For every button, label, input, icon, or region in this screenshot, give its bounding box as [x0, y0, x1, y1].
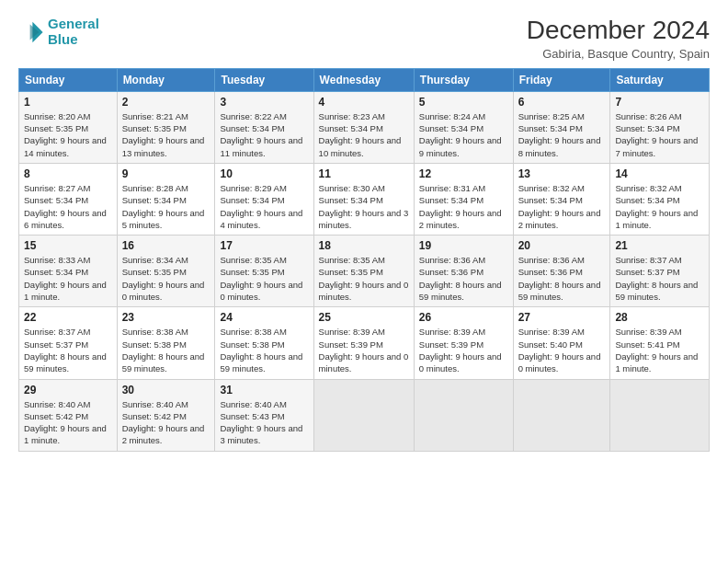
calendar-cell: 27Sunrise: 8:39 AMSunset: 5:40 PMDayligh… [513, 307, 610, 379]
day-number: 2 [122, 96, 210, 109]
day-of-week-header: Wednesday [313, 68, 414, 91]
calendar-cell: 26Sunrise: 8:39 AMSunset: 5:39 PMDayligh… [414, 307, 513, 379]
calendar-cell: 21Sunrise: 8:37 AMSunset: 5:37 PMDayligh… [610, 236, 710, 307]
calendar-week-row: 15Sunrise: 8:33 AMSunset: 5:34 PMDayligh… [19, 236, 710, 307]
day-info: Sunrise: 8:31 AMSunset: 5:34 PMDaylight:… [419, 182, 508, 231]
day-of-week-header: Friday [513, 68, 610, 91]
calendar: SundayMondayTuesdayWednesdayThursdayFrid… [18, 68, 710, 452]
day-number: 26 [419, 311, 508, 324]
day-info: Sunrise: 8:30 AMSunset: 5:34 PMDaylight:… [319, 182, 409, 231]
calendar-cell: 24Sunrise: 8:38 AMSunset: 5:38 PMDayligh… [215, 307, 313, 379]
calendar-cell [610, 379, 710, 451]
day-number: 25 [319, 311, 409, 324]
calendar-cell: 10Sunrise: 8:29 AMSunset: 5:34 PMDayligh… [215, 163, 313, 235]
day-number: 18 [319, 239, 409, 252]
calendar-cell: 17Sunrise: 8:35 AMSunset: 5:35 PMDayligh… [215, 236, 313, 307]
day-info: Sunrise: 8:38 AMSunset: 5:38 PMDaylight:… [122, 326, 210, 374]
day-number: 16 [122, 239, 210, 252]
day-info: Sunrise: 8:39 AMSunset: 5:39 PMDaylight:… [419, 326, 508, 374]
day-number: 8 [24, 167, 112, 180]
day-number: 14 [615, 167, 704, 180]
calendar-cell: 8Sunrise: 8:27 AMSunset: 5:34 PMDaylight… [19, 163, 118, 235]
day-info: Sunrise: 8:25 AMSunset: 5:34 PMDaylight:… [518, 110, 606, 159]
day-number: 4 [319, 96, 409, 109]
calendar-week-row: 1Sunrise: 8:20 AMSunset: 5:35 PMDaylight… [19, 91, 710, 163]
calendar-header-row: SundayMondayTuesdayWednesdayThursdayFrid… [19, 68, 710, 91]
day-number: 1 [24, 96, 112, 109]
day-info: Sunrise: 8:27 AMSunset: 5:34 PMDaylight:… [24, 182, 112, 231]
day-number: 24 [220, 311, 308, 324]
logo: General Blue [18, 17, 99, 47]
calendar-cell: 2Sunrise: 8:21 AMSunset: 5:35 PMDaylight… [117, 91, 215, 163]
day-number: 28 [615, 311, 704, 324]
day-info: Sunrise: 8:34 AMSunset: 5:35 PMDaylight:… [122, 254, 210, 303]
day-number: 7 [615, 96, 704, 109]
day-number: 19 [419, 239, 508, 252]
day-of-week-header: Saturday [610, 68, 710, 91]
day-info: Sunrise: 8:37 AMSunset: 5:37 PMDaylight:… [615, 254, 704, 303]
day-info: Sunrise: 8:40 AMSunset: 5:42 PMDaylight:… [24, 398, 112, 447]
day-info: Sunrise: 8:32 AMSunset: 5:34 PMDaylight:… [518, 182, 606, 231]
title-section: December 2024 Gabiria, Basque Country, S… [527, 17, 710, 61]
day-of-week-header: Tuesday [215, 68, 313, 91]
calendar-cell: 29Sunrise: 8:40 AMSunset: 5:42 PMDayligh… [19, 379, 118, 451]
calendar-cell: 23Sunrise: 8:38 AMSunset: 5:38 PMDayligh… [117, 307, 215, 379]
day-info: Sunrise: 8:20 AMSunset: 5:35 PMDaylight:… [24, 110, 112, 159]
calendar-cell: 4Sunrise: 8:23 AMSunset: 5:34 PMDaylight… [313, 91, 414, 163]
calendar-cell: 19Sunrise: 8:36 AMSunset: 5:36 PMDayligh… [414, 236, 513, 307]
calendar-cell: 28Sunrise: 8:39 AMSunset: 5:41 PMDayligh… [610, 307, 710, 379]
day-of-week-header: Thursday [414, 68, 513, 91]
day-number: 20 [518, 239, 606, 252]
calendar-cell: 18Sunrise: 8:35 AMSunset: 5:35 PMDayligh… [313, 236, 414, 307]
logo-icon [18, 19, 44, 45]
page: General Blue December 2024 Gabiria, Basq… [0, 0, 728, 563]
day-number: 21 [615, 239, 704, 252]
calendar-week-row: 8Sunrise: 8:27 AMSunset: 5:34 PMDaylight… [19, 163, 710, 235]
day-number: 29 [24, 384, 112, 396]
calendar-cell: 3Sunrise: 8:22 AMSunset: 5:34 PMDaylight… [215, 91, 313, 163]
day-info: Sunrise: 8:40 AMSunset: 5:43 PMDaylight:… [220, 398, 308, 447]
day-number: 13 [518, 167, 606, 180]
day-info: Sunrise: 8:36 AMSunset: 5:36 PMDaylight:… [518, 254, 606, 303]
day-info: Sunrise: 8:38 AMSunset: 5:38 PMDaylight:… [220, 326, 308, 374]
calendar-cell: 14Sunrise: 8:32 AMSunset: 5:34 PMDayligh… [610, 163, 710, 235]
subtitle: Gabiria, Basque Country, Spain [527, 47, 710, 61]
calendar-cell: 13Sunrise: 8:32 AMSunset: 5:34 PMDayligh… [513, 163, 610, 235]
day-info: Sunrise: 8:23 AMSunset: 5:34 PMDaylight:… [319, 110, 409, 159]
calendar-cell [414, 379, 513, 451]
calendar-cell: 25Sunrise: 8:39 AMSunset: 5:39 PMDayligh… [313, 307, 414, 379]
logo-text: General Blue [48, 17, 99, 47]
day-number: 12 [419, 167, 508, 180]
day-info: Sunrise: 8:36 AMSunset: 5:36 PMDaylight:… [419, 254, 508, 303]
day-info: Sunrise: 8:22 AMSunset: 5:34 PMDaylight:… [220, 110, 308, 159]
day-info: Sunrise: 8:24 AMSunset: 5:34 PMDaylight:… [419, 110, 508, 159]
calendar-cell: 30Sunrise: 8:40 AMSunset: 5:42 PMDayligh… [117, 379, 215, 451]
calendar-cell: 11Sunrise: 8:30 AMSunset: 5:34 PMDayligh… [313, 163, 414, 235]
day-number: 23 [122, 311, 210, 324]
day-info: Sunrise: 8:33 AMSunset: 5:34 PMDaylight:… [24, 254, 112, 303]
calendar-cell: 12Sunrise: 8:31 AMSunset: 5:34 PMDayligh… [414, 163, 513, 235]
calendar-cell: 6Sunrise: 8:25 AMSunset: 5:34 PMDaylight… [513, 91, 610, 163]
day-number: 27 [518, 311, 606, 324]
day-info: Sunrise: 8:28 AMSunset: 5:34 PMDaylight:… [122, 182, 210, 231]
calendar-cell: 15Sunrise: 8:33 AMSunset: 5:34 PMDayligh… [19, 236, 118, 307]
day-number: 11 [319, 167, 409, 180]
day-number: 22 [24, 311, 112, 324]
calendar-cell: 5Sunrise: 8:24 AMSunset: 5:34 PMDaylight… [414, 91, 513, 163]
day-number: 17 [220, 239, 308, 252]
calendar-cell: 16Sunrise: 8:34 AMSunset: 5:35 PMDayligh… [117, 236, 215, 307]
calendar-cell [313, 379, 414, 451]
day-info: Sunrise: 8:29 AMSunset: 5:34 PMDaylight:… [220, 182, 308, 231]
calendar-cell: 9Sunrise: 8:28 AMSunset: 5:34 PMDaylight… [117, 163, 215, 235]
day-number: 3 [220, 96, 308, 109]
day-info: Sunrise: 8:39 AMSunset: 5:41 PMDaylight:… [615, 326, 704, 374]
day-of-week-header: Sunday [19, 68, 118, 91]
day-number: 31 [220, 384, 308, 396]
calendar-cell [513, 379, 610, 451]
calendar-week-row: 29Sunrise: 8:40 AMSunset: 5:42 PMDayligh… [19, 379, 710, 451]
main-title: December 2024 [527, 17, 710, 45]
day-number: 10 [220, 167, 308, 180]
calendar-cell: 22Sunrise: 8:37 AMSunset: 5:37 PMDayligh… [19, 307, 118, 379]
calendar-cell: 20Sunrise: 8:36 AMSunset: 5:36 PMDayligh… [513, 236, 610, 307]
day-info: Sunrise: 8:35 AMSunset: 5:35 PMDaylight:… [220, 254, 308, 303]
